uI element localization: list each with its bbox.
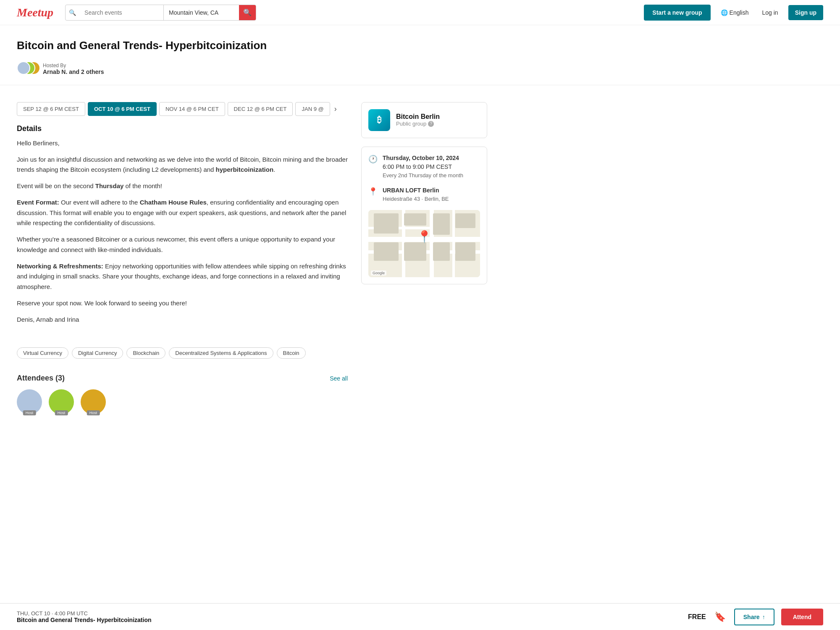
clock-icon: 🕐 <box>368 155 378 164</box>
bitcoin-icon: ₿ <box>377 115 381 125</box>
signup-button[interactable]: Sign up <box>788 5 823 20</box>
details-title: Details <box>17 124 348 133</box>
right-panel: ₿ Bitcoin Berlin Public group ? 🕐 Thursd… <box>361 92 487 422</box>
date-tab-dec12[interactable]: DEC 12 @ 6 PM CET <box>228 102 293 116</box>
avatar <box>17 61 30 75</box>
paragraph3: Event Format: Our event will adhere to t… <box>17 197 348 228</box>
attendee-avatar-1: Host <box>17 389 42 415</box>
left-panel: SEP 12 @ 6 PM CEST OCT 10 @ 6 PM CEST NO… <box>17 92 348 422</box>
paragraph1: Join us for an insightful discussion and… <box>17 155 348 176</box>
location-input[interactable] <box>163 5 239 20</box>
map-label: Google <box>371 270 386 276</box>
tag-digital-currency[interactable]: Digital Currency <box>72 347 123 359</box>
date-tab-jan9[interactable]: JAN 9 @ <box>295 102 330 116</box>
map-block <box>374 242 399 261</box>
venue-info-row: 📍 URBAN LOFT Berlin Heidestraße 43 · Ber… <box>368 186 480 203</box>
location-icon: 📍 <box>368 187 378 196</box>
group-type: Public group ? <box>396 121 440 127</box>
attendees-list: Host Host Host <box>17 389 348 415</box>
logo[interactable]: Meetup <box>17 6 53 19</box>
group-card[interactable]: ₿ Bitcoin Berlin Public group ? <box>361 102 487 138</box>
host-names: Arnab N. and 2 others <box>43 68 104 75</box>
map-block <box>455 213 475 228</box>
date-tab-sep12[interactable]: SEP 12 @ 6 PM CEST <box>17 102 85 116</box>
date-tab-nov14[interactable]: NOV 14 @ 6 PM CET <box>159 102 225 116</box>
hosted-text: Hosted By Arnab N. and 2 others <box>43 63 104 75</box>
tag-decentralized[interactable]: Decentralized Systems & Applications <box>169 347 273 359</box>
venue-info-text: URBAN LOFT Berlin Heidestraße 43 · Berli… <box>383 186 449 203</box>
language-button[interactable]: 🌐 English <box>717 9 752 16</box>
map-block <box>404 213 426 226</box>
paragraph5: Networking & Refreshments: Enjoy network… <box>17 261 348 292</box>
attendee-card: Host <box>17 389 42 415</box>
tag-blockchain[interactable]: Blockchain <box>126 347 165 359</box>
login-button[interactable]: Log in <box>759 9 782 16</box>
info-icon: ? <box>428 121 434 127</box>
date-info-row: 🕐 Thursday, October 10, 2024 6:00 PM to … <box>368 154 480 180</box>
host-badge-2: Host <box>55 410 68 415</box>
tags-section: Virtual Currency Digital Currency Blockc… <box>17 339 348 367</box>
host-badge-3: Host <box>87 410 100 415</box>
paragraph2: Event will be on the second Thursday of … <box>17 181 348 192</box>
host-badge-1: Host <box>23 410 36 415</box>
signature: Denis, Arnab and Irina <box>17 315 348 325</box>
venue-name: URBAN LOFT Berlin <box>383 186 449 195</box>
see-all-link[interactable]: See all <box>330 375 348 382</box>
attendees-header: Attendees (3) See all <box>17 374 348 383</box>
map-block <box>455 242 475 261</box>
details-section: Details Hello Berliners, Join us for an … <box>17 124 348 339</box>
event-date: Thursday, October 10, 2024 <box>383 154 463 163</box>
date-tabs: SEP 12 @ 6 PM CEST OCT 10 @ 6 PM CEST NO… <box>17 92 348 124</box>
venue-address: Heidestraße 43 · Berlin, BE <box>383 195 449 203</box>
attendee-card: Host <box>49 389 74 415</box>
globe-icon: 🌐 <box>721 9 728 16</box>
new-group-button[interactable]: Start a new group <box>644 5 710 21</box>
map-background: 📍 Google <box>368 210 480 277</box>
date-tab-oct10[interactable]: OCT 10 @ 6 PM CEST <box>88 102 157 116</box>
event-recurrence: Every 2nd Thursday of the month <box>383 171 463 180</box>
paragraph6: Reserve your spot now. We look forward t… <box>17 298 348 309</box>
map-pin: 📍 <box>417 230 432 244</box>
search-input[interactable] <box>79 5 163 20</box>
group-icon: ₿ <box>368 109 390 131</box>
event-description: Hello Berliners, Join us for an insightf… <box>17 138 348 325</box>
avatar-group <box>17 61 38 76</box>
attendees-title: Attendees (3) <box>17 374 65 383</box>
language-label: English <box>730 9 749 16</box>
map-container[interactable]: 📍 Google <box>368 210 480 277</box>
event-info-card: 🕐 Thursday, October 10, 2024 6:00 PM to … <box>361 147 487 284</box>
hosted-by-label: Hosted By <box>43 63 104 68</box>
bottom-spacer <box>0 421 840 455</box>
event-time: 6:00 PM to 9:00 PM CEST <box>383 163 463 171</box>
attendees-section: Attendees (3) See all Host Host Host <box>17 367 348 421</box>
map-road <box>452 210 455 277</box>
main-content: SEP 12 @ 6 PM CEST OCT 10 @ 6 PM CEST NO… <box>0 92 504 422</box>
map-block <box>374 213 399 234</box>
date-info-text: Thursday, October 10, 2024 6:00 PM to 9:… <box>383 154 463 180</box>
map-block <box>433 213 450 235</box>
attendee-avatar-2: Host <box>49 389 74 415</box>
event-title: Bitcoin and General Trends- Hyperbitcoin… <box>17 39 319 53</box>
header: Meetup 🔍 🔍 Start a new group 🌐 English L… <box>0 0 840 25</box>
search-button[interactable]: 🔍 <box>239 5 256 20</box>
tag-virtual-currency[interactable]: Virtual Currency <box>17 347 68 359</box>
search-bar: 🔍 🔍 <box>65 5 256 21</box>
map-block <box>404 242 426 261</box>
hosted-by: Hosted By Arnab N. and 2 others <box>17 61 319 85</box>
event-title-section: Bitcoin and General Trends- Hyperbitcoin… <box>0 25 336 85</box>
group-name: Bitcoin Berlin <box>396 113 440 121</box>
date-tabs-next-arrow[interactable]: › <box>333 105 339 113</box>
group-info: Bitcoin Berlin Public group ? <box>396 113 440 127</box>
tag-bitcoin[interactable]: Bitcoin <box>277 347 306 359</box>
attendee-avatar-3: Host <box>81 389 106 415</box>
greeting: Hello Berliners, <box>17 138 348 149</box>
search-icon: 🔍 <box>66 9 79 16</box>
attendee-card: Host <box>81 389 106 415</box>
paragraph4: Whether you're a seasoned Bitcoiner or a… <box>17 234 348 255</box>
map-block <box>433 242 450 261</box>
divider <box>0 85 840 85</box>
